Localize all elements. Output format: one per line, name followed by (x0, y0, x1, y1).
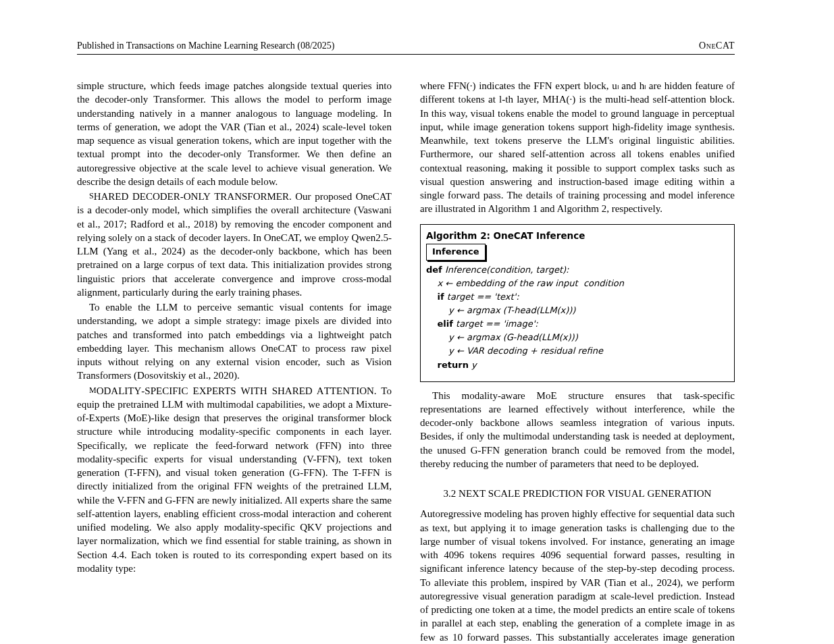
left-p2: SHARED DECODER-ONLY TRANSFORMER. Our pro… (77, 190, 392, 299)
left-p4: MODALITY-SPECIFIC EXPERTS WITH SHARED AT… (77, 384, 392, 576)
algo-line: if target == 'text': (426, 290, 729, 304)
header-rule (77, 54, 735, 55)
section-heading: 3.2 NEXT SCALE PREDICTION FOR VISUAL GEN… (420, 487, 735, 500)
algorithm-title: Algorithm 2: OneCAT Inference (426, 229, 729, 243)
title-short: OneCAT (699, 41, 735, 51)
algorithm-box: Algorithm 2: OneCAT Inference Inference … (420, 224, 735, 382)
algorithm-func-box: Inference (426, 244, 486, 260)
algo-line: y ← VAR decoding + residual refine (426, 344, 729, 358)
algo-line: y ← argmax (T-head(LLM(x))) (426, 304, 729, 317)
algorithm-lines: def Inference(condition, target): x ← em… (426, 263, 729, 372)
algo-line: def Inference(condition, target): (426, 263, 729, 277)
two-column-body: simple structure, which feeds image patc… (77, 79, 735, 644)
algo-line: return y (426, 358, 729, 372)
left-p3: To enable the LLM to perceive semantic v… (77, 300, 392, 383)
algo-line: elif target == 'image': (426, 317, 729, 331)
right-p-below: This modality-aware MoE structure ensure… (420, 389, 735, 471)
algo-line: y ← argmax (G-head(LLM(x))) (426, 331, 729, 344)
left-p1: simple structure, which feeds image patc… (77, 79, 392, 188)
right-p-above: where FFN(·) indicates the FFN expert bl… (420, 79, 735, 216)
running-header: Published in Transactions on Machine Lea… (77, 41, 735, 51)
right-column: where FFN(·) indicates the FFN expert bl… (420, 79, 735, 644)
algo-line: x ← embedding of the raw input condition (426, 277, 729, 290)
venue-label: Published in Transactions on Machine Lea… (77, 41, 334, 51)
section-p1: Autoregressive modeling has proven highl… (420, 507, 735, 644)
left-column: simple structure, which feeds image patc… (77, 79, 392, 644)
